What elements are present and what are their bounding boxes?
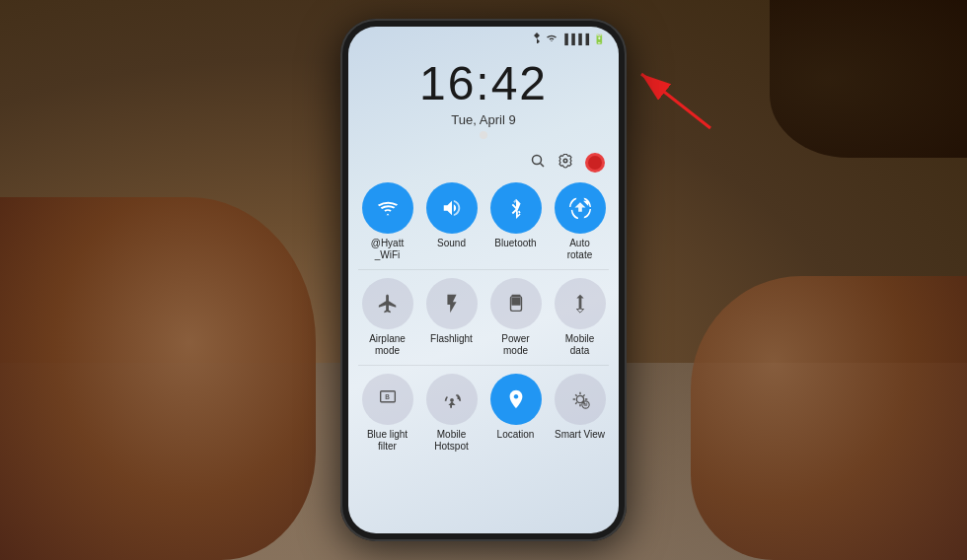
hand-left (0, 197, 316, 560)
bluetooth-button[interactable] (490, 182, 542, 234)
qs-tile-powermode[interactable]: Power mode (486, 278, 545, 357)
sound-button[interactable] (426, 182, 478, 234)
qs-divider-1 (358, 269, 609, 270)
qs-divider-2 (358, 365, 609, 366)
mobiledata-label: Mobile data (565, 333, 594, 357)
autorotate-button[interactable] (555, 182, 606, 234)
flashlight-label: Flashlight (430, 333, 473, 345)
quick-settings-grid-row2: Airplane mode Flashlight (348, 272, 619, 363)
flashlight-button[interactable] (426, 278, 478, 329)
hotspot-label: Mobile Hotspot (434, 429, 468, 453)
clock-date: Tue, April 9 (348, 112, 619, 127)
phone-device: ▐▐▐▐ 🔋 16:42 Tue, April 9 (340, 19, 627, 541)
svg-text:B: B (385, 393, 390, 400)
signal-status-icon: ▐▐▐▐ (561, 34, 589, 44)
wifi-label: @Hyatt _WiFi (371, 238, 405, 261)
qs-tile-flashlight[interactable]: Flashlight (422, 278, 481, 357)
clock-area: 16:42 Tue, April 9 (348, 50, 619, 149)
settings-icon[interactable] (558, 153, 573, 173)
svg-line-3 (541, 163, 545, 167)
qs-tile-mobiledata[interactable]: Mobile data (551, 278, 609, 357)
qs-tile-hotspot[interactable]: Mobile Hotspot (422, 374, 481, 453)
phone-screen: ▐▐▐▐ 🔋 16:42 Tue, April 9 (348, 27, 619, 533)
mobiledata-button[interactable] (555, 278, 606, 329)
person-silhouette (770, 0, 967, 158)
autorotate-label: Auto rotate (567, 238, 593, 261)
location-label: Location (497, 429, 535, 441)
search-icon[interactable] (530, 153, 546, 173)
status-bar: ▐▐▐▐ 🔋 (348, 27, 619, 50)
qs-tile-autorotate[interactable]: Auto rotate (551, 182, 609, 261)
bluelight-button[interactable]: B (362, 374, 413, 425)
quick-settings-grid: @Hyatt _WiFi Sound (348, 176, 619, 267)
bluelight-label: Blue light filter (367, 429, 408, 453)
svg-rect-6 (511, 297, 520, 305)
location-button[interactable] (490, 374, 542, 425)
qs-header (348, 149, 619, 176)
wifi-button[interactable] (362, 182, 413, 234)
brightness-indicator (480, 131, 487, 139)
airplane-button[interactable] (362, 278, 413, 329)
qs-tile-airplane[interactable]: Airplane mode (358, 278, 416, 357)
svg-point-2 (533, 155, 542, 164)
powermode-label: Power mode (501, 333, 529, 357)
battery-status-icon: 🔋 (593, 34, 605, 44)
qs-tile-bluetooth[interactable]: Bluetooth (486, 182, 545, 261)
smartview-button[interactable] (555, 374, 606, 425)
qs-tile-sound[interactable]: Sound (422, 182, 481, 261)
bluetooth-label: Bluetooth (494, 238, 536, 249)
bluetooth-status-icon (532, 32, 542, 45)
hotspot-button[interactable] (426, 374, 478, 425)
powermode-button[interactable] (490, 278, 542, 329)
qs-tile-location[interactable]: Location (486, 374, 545, 453)
airplane-label: Airplane mode (369, 333, 406, 357)
sound-label: Sound (437, 238, 466, 249)
quick-settings-grid-row3: B Blue light filter Mobile (348, 368, 619, 458)
notification-menu-icon[interactable] (585, 153, 605, 173)
hand-right (691, 276, 967, 560)
notification-badge-inner (588, 156, 602, 170)
clock-time: 16:42 (348, 58, 619, 110)
qs-tile-wifi[interactable]: @Hyatt _WiFi (358, 182, 416, 261)
wifi-status-icon (546, 33, 558, 44)
smartview-label: Smart View (555, 429, 605, 441)
qs-tile-bluelight[interactable]: B Blue light filter (358, 374, 416, 453)
qs-tile-smartview[interactable]: Smart View (551, 374, 609, 453)
